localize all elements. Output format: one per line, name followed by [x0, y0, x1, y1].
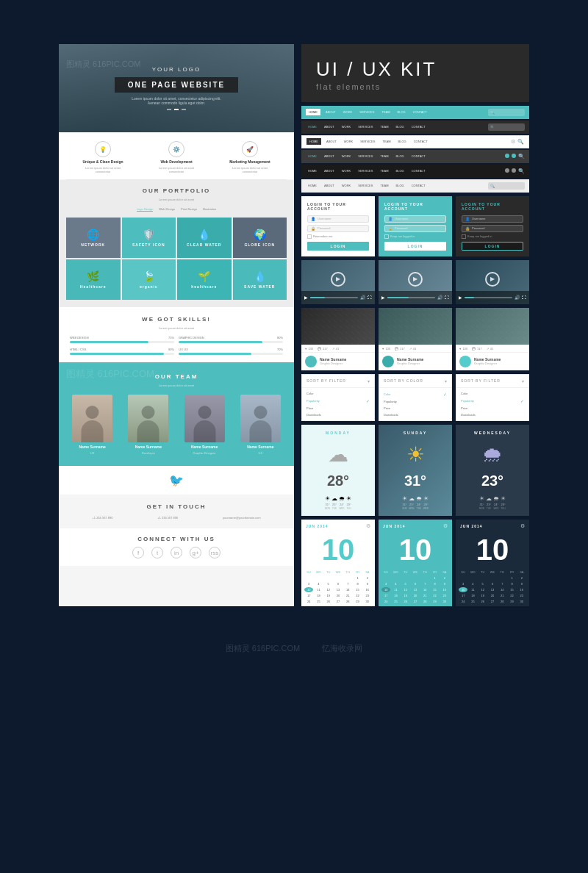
nav-blog-gray[interactable]: BLOG — [394, 154, 406, 158]
d16[interactable]: 16 — [363, 587, 372, 592]
nav-home-dark[interactable]: HOME — [306, 125, 319, 129]
portfolio-item-1[interactable]: 🌐 NETWORK — [66, 218, 121, 258]
facebook-icon[interactable]: f — [132, 547, 144, 558]
nav-home-white[interactable]: HOME — [306, 138, 321, 145]
filter-illust[interactable]: Illustration — [203, 207, 216, 212]
login-username-3[interactable]: 👤 Username — [462, 215, 523, 223]
d25[interactable]: 25 — [314, 599, 323, 604]
play-button-3[interactable]: ▶ — [485, 272, 500, 287]
d26[interactable]: 26 — [324, 599, 333, 604]
fullscreen-icon-3[interactable]: ⛶ — [522, 295, 526, 300]
nav-about-light[interactable]: ABOUT — [322, 184, 337, 187]
filter-logo[interactable]: Logo Design — [137, 207, 153, 212]
nav-work-gray[interactable]: WORK — [340, 154, 353, 158]
nav-blog-white[interactable]: BLOG — [396, 140, 409, 143]
play-button-2[interactable]: ▶ — [408, 272, 423, 287]
d29[interactable]: 29 — [353, 599, 362, 604]
login-button-1[interactable]: LOGIN — [307, 242, 369, 251]
nav-services-dark2[interactable]: SERVICES — [356, 169, 375, 173]
d19[interactable]: 19 — [324, 593, 333, 598]
nav-about-teal[interactable]: ABOUT — [323, 110, 338, 114]
filter-opt-pop-2[interactable]: Popularity — [379, 398, 451, 405]
filter-header-3[interactable]: SORT BY FILTER ▾ — [456, 375, 528, 388]
filter-print[interactable]: Print Design — [181, 207, 197, 212]
d27[interactable]: 27 — [334, 599, 343, 604]
volume-icon-1[interactable]: 🔊 — [360, 295, 365, 300]
portfolio-item-6[interactable]: 🍃 organic — [122, 259, 176, 300]
nav-services-white[interactable]: SERVICES — [358, 140, 377, 143]
d28[interactable]: 28 — [343, 599, 352, 604]
portfolio-item-3[interactable]: 💧 CLEAR WATER — [177, 218, 232, 258]
nav-contact-dark2[interactable]: CONTACT — [409, 169, 428, 173]
login-password-1[interactable]: 🔒 Password — [307, 225, 369, 232]
filter-opt-pop-1[interactable]: Popularity ✓ — [302, 397, 374, 405]
filter-opt-price-2[interactable]: Price — [379, 405, 451, 412]
filter-opt-price-3[interactable]: Price — [456, 405, 528, 412]
d10[interactable]: 10 — [304, 587, 313, 592]
login-password-3[interactable]: 🔒 Password — [462, 225, 523, 232]
filter-opt-color-1[interactable]: Color — [302, 390, 374, 397]
nav-team-light[interactable]: TEAM — [378, 184, 390, 187]
d5[interactable]: 5 — [324, 581, 333, 586]
d1[interactable]: 1 — [353, 575, 362, 581]
d30[interactable]: 30 — [363, 599, 372, 604]
d18[interactable]: 18 — [314, 593, 323, 598]
volume-icon-3[interactable]: 🔊 — [514, 295, 520, 300]
nav-work-teal[interactable]: WORK — [341, 110, 354, 114]
filter-opt-price-1[interactable]: Price — [302, 405, 374, 412]
checkbox-2[interactable] — [384, 234, 389, 239]
nav-work-light[interactable]: WORK — [340, 184, 353, 187]
remember-me-2[interactable]: Keep me logged in — [384, 234, 446, 239]
fullscreen-icon-2[interactable]: ⛶ — [445, 295, 449, 300]
filter-opt-color-3[interactable]: Color — [456, 390, 528, 397]
nav-search-teal[interactable]: 🔍 — [488, 109, 525, 116]
portfolio-item-8[interactable]: 💧 SAVE WATER — [233, 259, 287, 300]
filter-opt-dl-1[interactable]: Downloads — [302, 412, 374, 418]
login-username-2[interactable]: 👤 Username — [384, 215, 446, 223]
filter-opt-dl-2[interactable]: Downloads — [379, 412, 451, 418]
nav-search-light[interactable]: 🔍 — [488, 182, 525, 190]
cal-prev-1[interactable]: ⚙ — [366, 523, 370, 529]
d17[interactable]: 17 — [304, 593, 313, 598]
nav-blog-light[interactable]: BLOG — [394, 184, 406, 187]
rss-icon[interactable]: rss — [209, 547, 220, 558]
remember-me-1[interactable]: Remember me — [307, 234, 369, 239]
nav-contact-teal[interactable]: CONTACT — [411, 110, 429, 114]
nav-team-white[interactable]: TEAM — [380, 140, 392, 143]
nav-services-teal[interactable]: SERVICES — [357, 110, 376, 114]
play-icon-2[interactable]: ▶ — [381, 295, 385, 300]
d21[interactable]: 21 — [343, 593, 352, 598]
play-icon-3[interactable]: ▶ — [459, 295, 462, 300]
d12[interactable]: 12 — [324, 587, 333, 592]
twitter-icon[interactable]: t — [151, 547, 163, 558]
d4[interactable]: 4 — [314, 581, 323, 586]
video-progress-1[interactable] — [310, 297, 358, 298]
cal-prev-3[interactable]: ⚙ — [520, 523, 525, 529]
nav-home-teal[interactable]: HOME — [306, 109, 320, 115]
d23[interactable]: 23 — [363, 593, 372, 598]
nav-team-teal[interactable]: TEAM — [379, 110, 392, 114]
portfolio-item-2[interactable]: 🛡️ SAFETY ICON — [122, 218, 176, 258]
nav-home-light[interactable]: HOME — [306, 184, 319, 187]
d6[interactable]: 6 — [334, 581, 343, 586]
nav-work-dark[interactable]: WORK — [340, 125, 353, 129]
login-password-2[interactable]: 🔒 Password — [384, 225, 446, 232]
d15[interactable]: 15 — [353, 587, 362, 592]
nav-team-dark2[interactable]: TEAM — [378, 169, 390, 173]
nav-search-dark[interactable]: 🔍 — [488, 123, 525, 131]
video-progress-2[interactable] — [387, 297, 435, 298]
nav-team-dark[interactable]: TEAM — [378, 125, 390, 129]
nav-home-dark2[interactable]: HOME — [306, 169, 319, 173]
nav-home-gray[interactable]: HOME — [306, 154, 319, 158]
checkbox-1[interactable] — [307, 234, 312, 239]
d8[interactable]: 8 — [353, 581, 362, 586]
filter-opt-pop-3[interactable]: Popularity ✓ — [456, 397, 528, 405]
filter-header-2[interactable]: SORT BY COLOR ▾ — [379, 375, 451, 388]
nav-blog-dark2[interactable]: BLOG — [394, 169, 406, 173]
filter-web[interactable]: Web Design — [159, 207, 175, 212]
filter-opt-dl-3[interactable]: Downloads — [456, 412, 528, 418]
fullscreen-icon-1[interactable]: ⛶ — [368, 295, 372, 300]
nav-blog-dark[interactable]: BLOG — [394, 125, 406, 129]
checkbox-3[interactable] — [462, 234, 466, 239]
video-progress-3[interactable] — [465, 297, 512, 298]
